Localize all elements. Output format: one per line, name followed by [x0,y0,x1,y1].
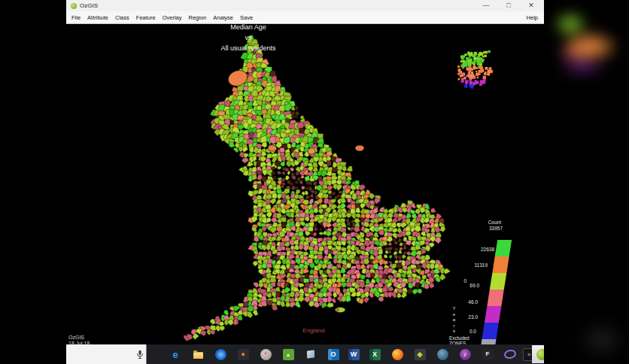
ozgis-window: OzGIS — □ ✕ FileAttributeClassFeatureOve… [66,0,544,364]
photos-app-icon-glyph [215,349,226,360]
media-app-icon[interactable]: ● [233,345,253,363]
music-app-icon-glyph: ♪ [460,349,471,360]
photo-color-reflection [554,5,629,74]
menu-attribute[interactable]: Attribute [87,14,108,21]
ozgis-credit-text: OzGIS [68,335,90,341]
outlook-icon[interactable]: O [324,345,343,363]
window-controls: — □ ✕ [475,0,542,11]
paint3d-app-icon[interactable] [301,345,321,363]
firefox-icon[interactable] [387,345,407,363]
paint3d-app-icon-glyph [307,350,314,358]
picture-app-icon[interactable]: ▲ [278,345,298,363]
outlook-icon-glyph: O [328,349,339,360]
taskbar: e●*▲OWX◆♪F≡ [66,344,544,364]
photo-dim-reflection [572,316,629,364]
picture-app-icon-glyph: ▲ [283,349,294,360]
purple-oval-app-icon-glyph [503,348,517,359]
photo-background: OzGIS — □ ✕ FileAttributeClassFeatureOve… [0,0,629,364]
purple-oval-app-icon[interactable] [500,345,520,363]
taskbar-search[interactable] [66,344,147,364]
map-title-line3: All usual residents [173,43,324,53]
menu-items: FileAttributeClassFeatureOverlayRegionAn… [71,14,253,21]
paint-app-icon[interactable]: * [256,345,275,363]
menu-feature[interactable]: Feature [136,14,156,21]
window-title: OzGIS [80,2,98,9]
map-title-line2: vs [173,32,324,43]
file-explorer-icon-glyph [193,352,203,359]
game-app-icon-glyph: ◆ [415,349,426,360]
music-app-icon[interactable]: ♪ [455,345,475,363]
census-zones[interactable] [184,35,451,341]
edge-icon[interactable]: e [166,345,185,363]
paint-app-icon-glyph: * [260,349,272,360]
menu-bar: FileAttributeClassFeatureOverlayRegionAn… [66,11,544,24]
menu-overlay[interactable]: Overlay [163,14,182,21]
map-title-line1: Median Age [173,24,324,32]
word-icon-glyph: W [348,349,360,360]
photos-app-icon[interactable] [211,345,230,363]
edge-icon-glyph: e [170,349,181,360]
close-button[interactable]: ✕ [520,0,542,11]
game-app-icon[interactable]: ◆ [410,345,430,363]
minimize-button[interactable]: — [475,0,497,11]
legend-years-axis-label: Years [451,306,457,335]
file-explorer-icon[interactable] [188,345,208,363]
legend-count-title: Count [463,220,501,225]
excel-icon[interactable]: X [365,345,384,363]
legend-count-tick: 11319 [450,262,488,268]
legend-ribbon [479,240,512,344]
region-label: England [276,327,351,334]
ozgis-taskbar-icon-glyph [536,349,545,360]
map-title: Median Age vs All usual residents [173,24,324,53]
word-icon[interactable]: W [344,345,363,363]
legend-count-max: 33957 [465,226,503,231]
legend-count-tick: 22638 [457,247,494,252]
legend-year-tick: 69.0 [442,283,479,288]
map-canvas[interactable] [66,24,544,344]
legend-excluded-label: Excluded [449,335,469,341]
legend-year-tick: 23.0 [440,314,478,320]
distribution-inset [457,50,494,88]
legend-year-tick: 46.0 [440,299,478,305]
menu-class[interactable]: Class [115,14,129,21]
map-area[interactable]: Median Age vs All usual residents Englan… [66,24,544,344]
search-input[interactable] [66,351,134,358]
task-view-icon[interactable] [143,345,163,363]
excel-icon-glyph: X [369,349,381,360]
legend-year-tick: 0.0 [439,329,476,334]
window-titlebar: OzGIS — □ ✕ [66,0,544,11]
menu-analyse[interactable]: Analyse [213,14,233,21]
ozgis-taskbar-icon[interactable] [532,345,544,363]
dark-f-app-icon[interactable]: F [478,345,497,363]
menu-save[interactable]: Save [240,14,253,21]
dark-f-app-icon-glyph: F [482,349,494,360]
ozgis-app-icon [71,3,77,9]
blue-circle-app-icon[interactable] [433,345,452,363]
blue-circle-app-icon-glyph [437,349,448,360]
maximize-button[interactable]: □ [497,0,520,11]
menu-help[interactable]: Help [527,14,538,21]
firefox-icon-glyph [392,349,403,360]
media-app-icon-glyph: ● [238,349,249,360]
map-credit: OzGIS 18 Jul 18 [68,335,90,344]
menu-file[interactable]: File [71,14,81,21]
menu-region[interactable]: Region [189,14,207,21]
